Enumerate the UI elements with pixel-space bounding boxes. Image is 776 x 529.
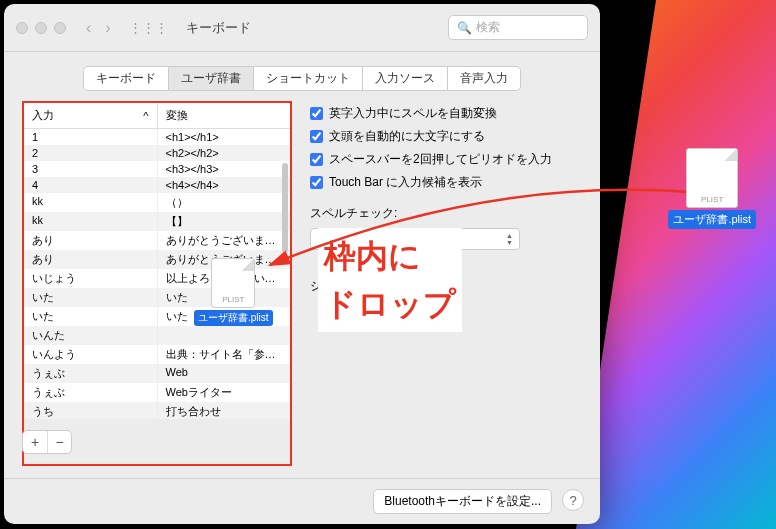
tab-dictation[interactable]: 音声入力 [448,66,521,91]
scrollbar[interactable] [282,163,288,253]
drag-ghost-file: PLIST ユーザ辞書.plist [194,258,273,326]
help-button[interactable]: ? [562,489,584,511]
table-row[interactable]: いんよう出典：サイト名「参考… [24,345,290,364]
grid-icon[interactable]: ⋮⋮⋮ [129,20,168,35]
table-row[interactable]: うぇぶWeb [24,364,290,383]
content-area: 入力 ^ 変換 1<h1></h1>2<h2></h2>3<h3></h3>4<… [4,101,600,478]
tab-input-sources[interactable]: 入力ソース [363,66,448,91]
table-row[interactable]: いんた [24,326,290,345]
annotation-text: 枠内に ドロップ [318,228,462,332]
tab-user-dictionary[interactable]: ユーザ辞書 [169,66,254,91]
chevron-updown-icon: ▲▼ [506,232,513,246]
bluetooth-button[interactable]: Bluetoothキーボードを設定... [373,489,552,514]
tab-shortcuts[interactable]: ショートカット [254,66,363,91]
titlebar: ‹ › ⋮⋮⋮ キーボード 🔍 検索 [4,4,600,52]
table-row[interactable]: ありありがとうございます。 [24,231,290,250]
zoom-button[interactable] [54,22,66,34]
remove-button[interactable]: − [47,431,71,453]
tab-bar: キーボード ユーザ辞書 ショートカット 入力ソース 音声入力 [4,52,600,101]
table-row[interactable]: kk【】 [24,212,290,231]
file-label: ユーザ辞書.plist [668,210,756,229]
search-input[interactable]: 🔍 検索 [448,15,588,40]
file-icon: PLIST [686,148,738,208]
table-row[interactable]: うぇぶWebライター [24,383,290,402]
search-placeholder: 検索 [476,19,500,36]
nav-arrows: ‹ › [86,19,111,37]
table-row[interactable]: 2<h2></h2> [24,145,290,161]
tab-keyboard[interactable]: キーボード [83,66,169,91]
search-icon: 🔍 [457,21,472,35]
traffic-lights [16,22,66,34]
minimize-button[interactable] [35,22,47,34]
file-label: ユーザ辞書.plist [194,310,273,326]
table-row[interactable]: kk（） [24,193,290,212]
close-button[interactable] [16,22,28,34]
spellcheck-label: スペルチェック: [310,205,582,222]
desktop-wallpaper [576,0,776,529]
check-double-space[interactable]: スペースバーを2回押してピリオドを入力 [310,151,582,168]
forward-button[interactable]: › [105,19,110,37]
file-icon: PLIST [211,258,255,308]
table-row[interactable]: 1<h1></h1> [24,129,290,145]
check-spell[interactable]: 英字入力中にスペルを自動変換 [310,105,582,122]
col-input[interactable]: 入力 ^ [24,103,158,128]
table-row[interactable]: 4<h4></h4> [24,177,290,193]
table-header: 入力 ^ 変換 [24,103,290,129]
check-capitalize[interactable]: 文頭を自動的に大文字にする [310,128,582,145]
table-row[interactable]: うち打ち合わせ [24,402,290,419]
back-button[interactable]: ‹ [86,19,91,37]
check-touchbar[interactable]: Touch Bar に入力候補を表示 [310,174,582,191]
desktop-file[interactable]: PLIST ユーザ辞書.plist [668,148,756,229]
add-remove-buttons: + − [22,430,72,454]
col-output[interactable]: 変換 [158,103,291,128]
window-title: キーボード [186,19,251,37]
table-row[interactable]: 3<h3></h3> [24,161,290,177]
sort-icon: ^ [143,110,148,122]
footer: Bluetoothキーボードを設定... ? [4,478,600,524]
add-button[interactable]: + [23,431,47,453]
preferences-window: ‹ › ⋮⋮⋮ キーボード 🔍 検索 キーボード ユーザ辞書 ショートカット 入… [4,4,600,524]
